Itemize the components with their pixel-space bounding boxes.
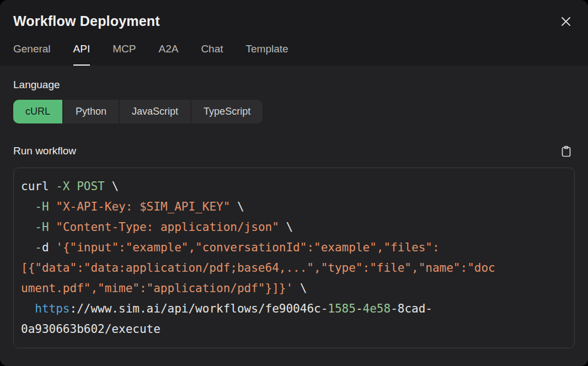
language-label: Language [13, 79, 575, 91]
tab-bar: GeneralAPIMCPA2AChatTemplate [13, 43, 575, 66]
language-option-javascript[interactable]: JavaScript [120, 100, 190, 123]
copy-button[interactable] [561, 146, 571, 157]
code-line: -H "Content-Type: application/json" \ [21, 217, 567, 238]
code-line: -d '{"input":"example","conversationId":… [21, 238, 567, 258]
language-option-typescript[interactable]: TypeScript [191, 100, 263, 123]
tab-a2a[interactable]: A2A [158, 43, 178, 66]
clipboard-icon [561, 146, 571, 157]
language-selector: cURLPythonJavaScriptTypeScript [13, 100, 263, 123]
code-line: -H "X-API-Key: $SIM_API_KEY" \ [21, 197, 567, 217]
language-option-python[interactable]: Python [63, 100, 119, 123]
modal-title: Workflow Deployment [13, 13, 160, 29]
tab-api[interactable]: API [73, 43, 90, 66]
tab-mcp[interactable]: MCP [113, 43, 136, 66]
close-button[interactable] [558, 14, 574, 29]
code-line: ument.pdf","mime":"application/pdf"}]}' … [21, 278, 567, 299]
modal-body: Language cURLPythonJavaScriptTypeScript … [0, 66, 588, 366]
tab-chat[interactable]: Chat [201, 43, 223, 66]
code-line: curl -X POST \ [21, 176, 567, 197]
code-block[interactable]: curl -X POST \ -H "X-API-Key: $SIM_API_K… [13, 168, 575, 348]
tab-template[interactable]: Template [246, 43, 288, 66]
language-option-curl[interactable]: cURL [13, 100, 62, 123]
tab-general[interactable]: General [13, 43, 51, 66]
code-line: [{"data":"data:application/pdf;base64,..… [21, 258, 567, 278]
run-workflow-label: Run workflow [13, 145, 76, 157]
close-icon [560, 16, 571, 27]
workflow-deployment-modal: Workflow Deployment GeneralAPIMCPA2AChat… [0, 0, 588, 366]
modal-header: Workflow Deployment GeneralAPIMCPA2AChat… [0, 0, 588, 66]
code-line: https://www.sim.ai/api/workflows/fe90046… [21, 299, 567, 319]
code-line: 0a930663b602/execute [21, 319, 567, 340]
